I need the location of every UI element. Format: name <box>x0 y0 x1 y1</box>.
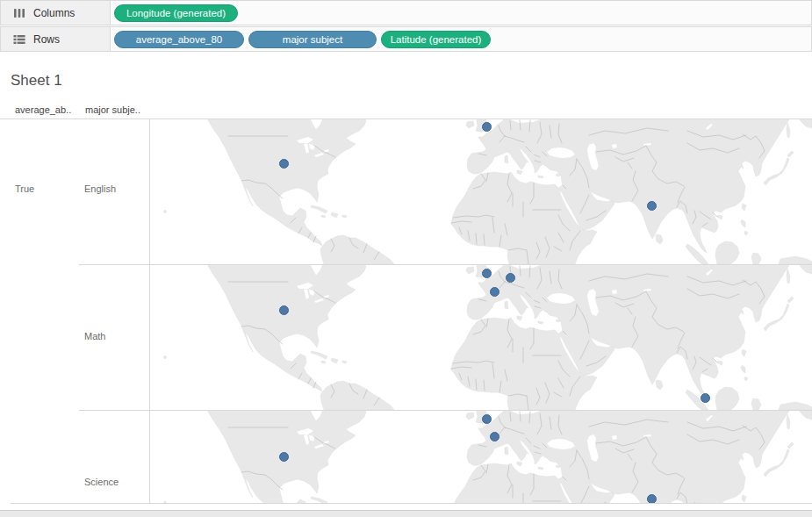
world-map <box>150 410 812 503</box>
columns-shelf-label: Columns <box>1 1 111 25</box>
rows-shelf: Rows average_above_80 major subject Lati… <box>0 26 812 52</box>
grid-line <box>79 410 812 411</box>
rows-shelf-title: Rows <box>33 33 60 46</box>
mark-dot[interactable] <box>647 494 657 504</box>
row-header-science[interactable]: Science <box>84 477 119 487</box>
bottom-strip <box>0 510 812 517</box>
pill-latitude-generated[interactable]: Latitude (generated) <box>381 31 491 48</box>
mark-dot[interactable] <box>279 159 289 169</box>
map-panel-math[interactable] <box>150 264 812 410</box>
row-field-header-major-subject[interactable]: major subje.. <box>85 104 140 115</box>
sheet-title: Sheet 1 <box>11 72 62 90</box>
mark-dot[interactable] <box>490 432 499 442</box>
rows-shelf-tray[interactable]: average_above_80 major subject Latitude … <box>111 27 811 51</box>
pill-average-above-80[interactable]: average_above_80 <box>114 31 244 48</box>
grid-line <box>149 118 150 503</box>
mark-dot[interactable] <box>647 201 657 211</box>
mark-dot[interactable] <box>279 452 289 462</box>
mark-dot[interactable] <box>701 393 710 403</box>
mark-dot[interactable] <box>482 414 492 424</box>
pill-major-subject[interactable]: major subject <box>248 31 377 48</box>
map-panel-english[interactable] <box>150 118 812 264</box>
columns-shelf-title: Columns <box>33 7 75 19</box>
world-map <box>150 118 812 264</box>
mark-dot[interactable] <box>482 269 492 278</box>
world-map <box>150 264 812 410</box>
row-field-header-average-above-80[interactable]: average_ab.. <box>15 104 71 115</box>
pill-longitude-generated[interactable]: Longitude (generated) <box>114 4 238 22</box>
worksheet: Sheet 1 average_ab.. major subje.. True … <box>0 53 812 510</box>
map-panel-science[interactable] <box>150 410 812 503</box>
mark-dot[interactable] <box>490 287 499 297</box>
row-header-english[interactable]: English <box>84 183 116 194</box>
grid-line <box>0 118 812 119</box>
rows-shelf-label: Rows <box>1 27 111 51</box>
grid-line <box>11 503 812 504</box>
mark-dot[interactable] <box>482 122 492 132</box>
mark-dot[interactable] <box>279 305 289 315</box>
row-header-true[interactable]: True <box>15 183 34 194</box>
row-header-math[interactable]: Math <box>84 331 105 341</box>
grid-line <box>79 264 812 265</box>
tableau-workspace: Columns Longitude (generated) Rows avera… <box>0 0 812 517</box>
columns-icon <box>13 8 25 18</box>
rows-icon <box>13 34 25 45</box>
columns-shelf-tray[interactable]: Longitude (generated) <box>111 1 811 25</box>
columns-shelf: Columns Longitude (generated) <box>0 0 812 25</box>
mark-dot[interactable] <box>506 273 515 283</box>
